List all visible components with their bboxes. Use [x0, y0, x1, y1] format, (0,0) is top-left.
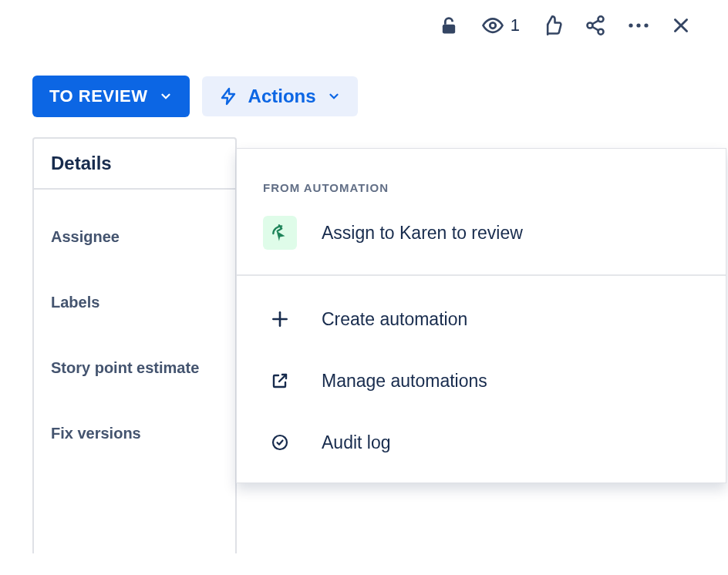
external-link-icon: [263, 364, 297, 398]
menu-item-audit-log[interactable]: Audit log: [237, 413, 726, 475]
menu-divider: [237, 274, 726, 276]
menu-item-assign-rule[interactable]: Assign to Karen to review: [237, 203, 726, 265]
menu-item-label: Create automation: [322, 309, 467, 330]
svg-point-2: [598, 16, 604, 22]
status-dropdown[interactable]: TO REVIEW: [32, 76, 190, 117]
svg-line-6: [592, 27, 598, 31]
watchers-count: 1: [511, 15, 520, 35]
chevron-down-icon: [159, 89, 173, 103]
svg-marker-13: [277, 231, 285, 241]
more-actions-button[interactable]: [628, 22, 649, 29]
eye-icon: [481, 14, 504, 37]
svg-line-16: [279, 375, 286, 382]
menu-item-label: Assign to Karen to review: [322, 223, 523, 244]
vote-button[interactable]: [541, 15, 563, 36]
actions-menu: FROM AUTOMATION Assign to Karen to revie…: [236, 148, 726, 483]
status-label: TO REVIEW: [49, 86, 148, 106]
menu-item-label: Manage automations: [322, 371, 487, 392]
plus-icon: [263, 302, 297, 336]
issue-toolbar: 1: [0, 0, 728, 45]
svg-point-1: [490, 22, 496, 29]
svg-point-7: [629, 23, 632, 27]
field-fix-versions[interactable]: Fix versions: [51, 425, 218, 442]
field-assignee[interactable]: Assignee: [51, 228, 218, 246]
actions-label: Actions: [248, 86, 316, 107]
field-story-point[interactable]: Story point estimate: [51, 359, 218, 377]
menu-item-label: Audit log: [322, 432, 391, 453]
automation-section-header: FROM AUTOMATION: [237, 149, 726, 203]
svg-marker-12: [222, 89, 234, 104]
watchers-button[interactable]: 1: [481, 14, 520, 37]
svg-rect-0: [443, 25, 455, 34]
lightning-icon: [219, 86, 238, 107]
field-labels[interactable]: Labels: [51, 294, 218, 311]
automation-rule-icon: [263, 216, 297, 250]
actions-dropdown[interactable]: Actions: [202, 76, 358, 116]
share-button[interactable]: [585, 15, 606, 36]
svg-point-3: [588, 23, 593, 29]
chevron-down-icon: [327, 89, 341, 103]
check-circle-icon: [263, 425, 297, 459]
lock-open-icon[interactable]: [438, 15, 460, 36]
svg-line-5: [592, 21, 598, 25]
details-header[interactable]: Details: [34, 139, 235, 190]
menu-item-manage-automations[interactable]: Manage automations: [237, 351, 726, 413]
status-row: TO REVIEW Actions: [0, 45, 728, 126]
svg-point-9: [644, 23, 648, 27]
svg-point-4: [598, 29, 604, 35]
svg-point-8: [636, 23, 640, 27]
menu-item-create-automation[interactable]: Create automation: [237, 290, 726, 351]
close-button[interactable]: [671, 15, 691, 35]
details-panel: Details Assignee Labels Story point esti…: [32, 137, 237, 553]
